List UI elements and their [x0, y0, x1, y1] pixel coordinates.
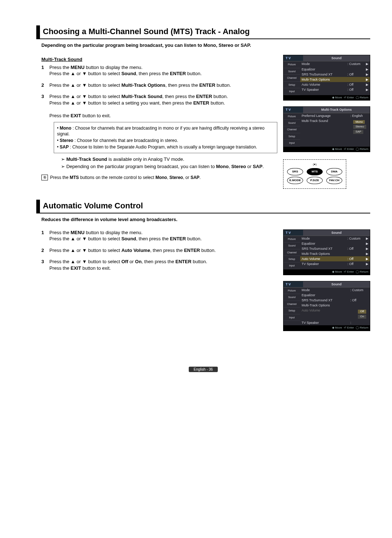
subhead-mts: Multi-Track Sound — [41, 56, 277, 63]
rc-emode: E.MODE — [287, 177, 303, 184]
note-listen-options: Depending on the particular program bein… — [61, 163, 277, 170]
osd-av-options: T VSound Picture Sound Channel Setup Inp… — [283, 281, 370, 331]
rc-psize: P.SIZE — [307, 177, 323, 184]
intro-avc: Reduces the difference in volume level a… — [41, 216, 370, 223]
step-2: Press the ▲ or ▼ button to select Multi-… — [41, 82, 277, 89]
intro-mts: Depending on the particular program bein… — [41, 42, 370, 49]
option-box: • Mono : Choose for channels that are br… — [54, 122, 277, 154]
rc-srs: SRS — [287, 168, 303, 175]
osd-sound-av: T VSound Picture Sound Channel Setup Inp… — [283, 229, 370, 275]
rc-dma: DMA — [326, 168, 342, 175]
avc-step-2: Press the ▲ or ▼ button to select Auto V… — [41, 247, 277, 254]
step-1: Press the MENU button to display the men… — [41, 64, 277, 77]
note-analog-only: Multi-Track Sound is available only in A… — [61, 156, 277, 163]
title-avc: Automatic Volume Control — [36, 200, 370, 213]
rc-favch: FAV.CH — [326, 177, 342, 184]
avc-step-1: Press the MENU button to display the men… — [41, 229, 277, 242]
step-3: Press the ▲ or ▼ button to select Multi-… — [41, 93, 277, 170]
remote-cluster: (●) SRS MTS DMA E.MODE P.SIZE FAV.CH — [283, 159, 346, 189]
title-mts: Choosing a Multi-Channel Sound (MTS) Tra… — [36, 25, 370, 39]
avc-step-3: Press the ▲ or ▼ button to select Off or… — [41, 258, 277, 271]
osd-mto-sub: T VMulti-Track Options Picture Sound Cha… — [283, 106, 370, 152]
page-footer: English - 36 — [36, 366, 370, 372]
remote-tip: ⦿ Press the MTS buttons on the remote co… — [41, 175, 277, 180]
rc-mts: MTS — [307, 168, 323, 175]
remote-icon: ⦿ — [41, 175, 48, 180]
osd-sound-mto: T VSound Picture Sound Channel Setup Inp… — [283, 55, 370, 101]
